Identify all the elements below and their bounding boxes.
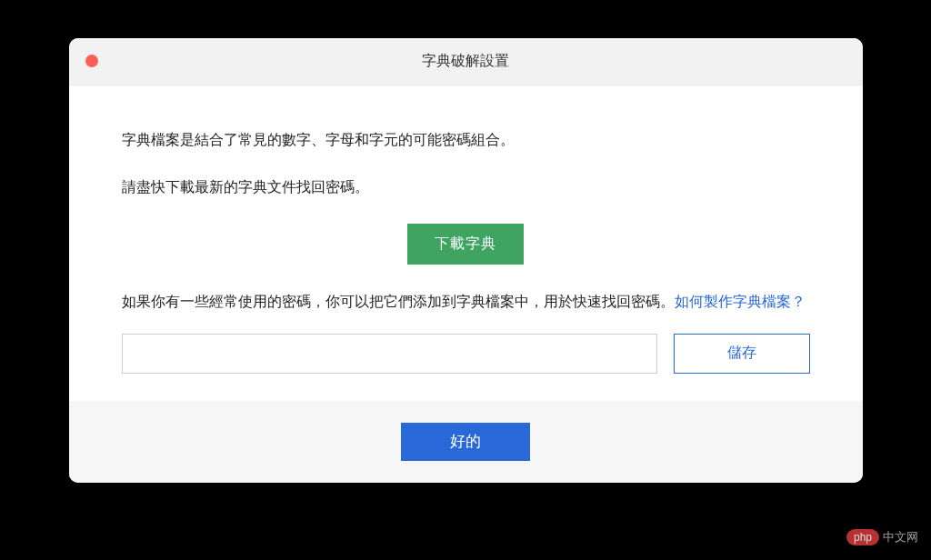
watermark-badge: php xyxy=(846,529,879,545)
close-button[interactable] xyxy=(85,55,98,67)
input-row: 儲存 xyxy=(122,334,810,374)
settings-window: 字典破解設置 字典檔案是結合了常見的數字、字母和字元的可能密碼組合。 請盡快下載… xyxy=(69,38,863,483)
help-text: 如果你有一些經常使用的密碼，你可以把它們添加到字典檔案中，用於快速找回密碼。 xyxy=(122,294,675,309)
window-title: 字典破解設置 xyxy=(69,52,863,71)
help-text-row: 如果你有一些經常使用的密碼，你可以把它們添加到字典檔案中，用於快速找回密碼。如何… xyxy=(122,290,810,314)
ok-button[interactable]: 好的 xyxy=(401,423,530,461)
download-dictionary-button[interactable]: 下載字典 xyxy=(407,224,524,265)
watermark: php 中文网 xyxy=(846,529,918,545)
help-link[interactable]: 如何製作字典檔案？ xyxy=(675,294,806,309)
description-para-1: 字典檔案是結合了常見的數字、字母和字元的可能密碼組合。 xyxy=(122,129,810,151)
dictionary-path-input[interactable] xyxy=(122,334,657,374)
save-button[interactable]: 儲存 xyxy=(674,334,810,374)
description-para-2: 請盡快下載最新的字典文件找回密碼。 xyxy=(122,176,810,198)
window-titlebar: 字典破解設置 xyxy=(69,38,863,85)
download-row: 下載字典 xyxy=(122,224,810,265)
window-footer: 好的 xyxy=(69,401,863,483)
watermark-text: 中文网 xyxy=(883,529,918,545)
content-area: 字典檔案是結合了常見的數字、字母和字元的可能密碼組合。 請盡快下載最新的字典文件… xyxy=(69,85,863,374)
